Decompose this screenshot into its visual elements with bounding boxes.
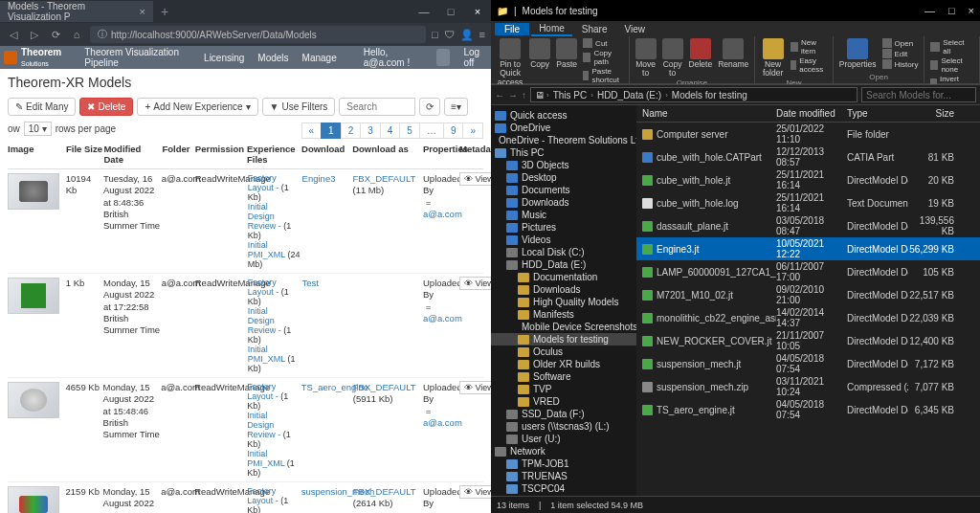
tree-item[interactable]: Documentation [491, 271, 636, 283]
page-1[interactable]: 1 [321, 123, 342, 139]
download-link[interactable]: TS_aero_engine [301, 382, 353, 393]
tree-item[interactable]: This PC [491, 146, 636, 159]
view-metadata-button[interactable]: 👁 View M [459, 172, 491, 186]
tree-item[interactable]: OneDrive [491, 122, 636, 134]
tree-item[interactable]: SSD_Data (F:) [491, 408, 636, 420]
ext-icon[interactable]: □ [432, 29, 438, 41]
menu-home[interactable]: Home [531, 22, 572, 36]
page-5[interactable]: 5 [399, 123, 420, 139]
sort-menu-button[interactable]: ≡▾ [444, 98, 468, 116]
copy-to-button[interactable]: Copy to [662, 38, 683, 78]
page-»[interactable]: » [462, 123, 483, 139]
initial-link[interactable]: Initial [247, 449, 301, 458]
download-as-link[interactable]: FBX_DEFAULT [353, 382, 416, 392]
file-row[interactable]: Engine3.jt10/05/2021 12:22DirectModel Do… [636, 237, 980, 260]
view-metadata-button[interactable]: 👁 View M [459, 277, 491, 290]
back-icon[interactable]: ◁ [6, 29, 21, 41]
new-folder-button[interactable]: New folder [761, 38, 785, 78]
up-icon[interactable]: ↑ [522, 90, 526, 100]
copy-path-button[interactable]: Copy path [583, 49, 622, 66]
rows-per-page-select[interactable]: 10 ▾ [24, 122, 52, 136]
factory-layout-link[interactable]: Factory Layout - (1 Kb) [248, 173, 302, 202]
tree-item[interactable]: User (U:) [491, 433, 636, 445]
tree-item[interactable]: OneDrive - Theorem Solutions Ltd [491, 134, 636, 146]
model-thumbnail[interactable] [8, 173, 59, 210]
model-thumbnail[interactable] [8, 486, 59, 513]
download-as-link[interactable]: FBX_DEFAULT [353, 486, 416, 497]
paste-shortcut-button[interactable]: Paste shortcut [583, 67, 622, 84]
initial-link[interactable]: Initial [248, 240, 302, 250]
maximize-icon[interactable]: □ [437, 6, 464, 17]
new-tab-button[interactable]: + [153, 4, 176, 19]
pmi-xml-link[interactable]: PMI_XML (1 Kb) [247, 458, 301, 478]
delete-button[interactable]: Delete [689, 38, 713, 69]
crumb[interactable]: Models for testing [670, 90, 749, 100]
open-button[interactable]: Open [882, 38, 919, 48]
tree-item[interactable]: 3D Objects [491, 159, 636, 171]
rename-button[interactable]: Rename [718, 38, 748, 69]
pmi-xml-link[interactable]: PMI_XML (24 Mb) [248, 250, 302, 269]
file-row[interactable]: suspension_mech.jt04/05/2018 07:54Direct… [636, 352, 980, 375]
tree-item[interactable]: users (\\tscnas3) (L:) [491, 420, 636, 433]
initial-link[interactable]: Initial [248, 345, 302, 354]
brand-logo[interactable]: TheoremSolutions [4, 47, 71, 68]
minimize-icon[interactable]: — [411, 6, 437, 17]
properties-button[interactable]: Properties [839, 38, 877, 69]
forward-icon[interactable]: ▷ [27, 29, 42, 41]
add-new-button[interactable]: + Add New Experience ▾ [137, 98, 257, 116]
tree-item[interactable]: Models for testing [491, 333, 636, 346]
crumb[interactable]: This PC [551, 90, 590, 100]
tree-item[interactable]: Desktop [491, 171, 636, 184]
tree-item[interactable]: Downloads [491, 196, 636, 209]
tree-item[interactable]: Oculus [491, 346, 636, 358]
edit-button[interactable]: Edit [882, 49, 919, 58]
nav-models[interactable]: Models [257, 53, 288, 63]
tree-item[interactable]: Software [491, 370, 636, 383]
pin-quick-access-button[interactable]: Pin to Quick access [497, 38, 523, 87]
page-2[interactable]: 2 [341, 123, 362, 139]
browser-tab[interactable]: Models - Theorem Visualization P × [0, 1, 153, 22]
initial-link[interactable]: Initial [248, 306, 302, 316]
shield-icon[interactable]: 🛡 [444, 29, 455, 41]
close-icon[interactable]: × [969, 5, 974, 16]
file-list-header[interactable]: Name Date modified Type Size [636, 105, 980, 123]
design-review-link[interactable]: Design Review - (1 Kb) [248, 316, 302, 345]
menu-icon[interactable]: ≡ [479, 29, 485, 41]
edit-many-button[interactable]: ✎ Edit Many [8, 98, 76, 116]
tree-item[interactable]: Downloads [491, 283, 636, 296]
nav-licensing[interactable]: Licensing [204, 53, 244, 63]
tree-item[interactable]: Documents [491, 184, 636, 196]
initial-link[interactable]: Initial [248, 202, 302, 212]
account-icon[interactable]: 👤 [460, 29, 474, 41]
tree-item[interactable]: High Quality Models [491, 296, 636, 308]
download-as-link[interactable]: FBX_DEFAULT [353, 173, 416, 184]
refresh-button[interactable]: ⟳ [419, 98, 440, 116]
file-row[interactable]: TS_aero_engine.jt04/05/2018 07:54DirectM… [636, 398, 980, 421]
page-«[interactable]: « [301, 123, 323, 139]
factory-layout-link[interactable]: Factory Layout - (1 Kb) [247, 382, 301, 411]
file-row[interactable]: NEW_ROCKER_COVER.jt21/11/2007 10:05Direc… [636, 329, 980, 352]
delete-button[interactable]: ✖ Delete [79, 98, 133, 116]
explorer-search-input[interactable] [861, 87, 976, 102]
design-review-link[interactable]: Design Review - (1 Kb) [247, 420, 301, 449]
factory-layout-link[interactable]: Factory Layout - (1 Kb) [248, 278, 302, 306]
paste-button[interactable]: Paste [556, 38, 577, 69]
tree-item[interactable]: Pictures [491, 221, 636, 234]
url-input[interactable]: ⓘ http://localhost:9000/ARWebServer/Data… [90, 26, 426, 43]
menu-file[interactable]: File [495, 23, 529, 35]
home-icon[interactable]: ⌂ [69, 29, 84, 40]
download-link[interactable]: Test [302, 278, 353, 289]
page-4[interactable]: 4 [380, 123, 401, 139]
nav-manage[interactable]: Manage [302, 53, 337, 63]
move-to-button[interactable]: Move to [635, 38, 657, 78]
file-row[interactable]: dassault_plane.jt03/05/2018 08:47DirectM… [636, 214, 980, 237]
tree-item[interactable]: Network [491, 445, 636, 457]
tree-item[interactable]: Local Disk (C:) [491, 246, 636, 258]
initial-link[interactable]: Initial [247, 411, 301, 420]
view-metadata-button[interactable]: 👁 View M [459, 485, 491, 499]
page-3[interactable]: 3 [360, 123, 381, 139]
breadcrumb[interactable]: 🖥›This PC›HDD_Data (E:)›Models for testi… [530, 87, 858, 102]
use-filters-button[interactable]: ▼ Use Filters [262, 98, 336, 116]
maximize-icon[interactable]: □ [948, 5, 955, 16]
menu-view[interactable]: View [617, 23, 654, 35]
